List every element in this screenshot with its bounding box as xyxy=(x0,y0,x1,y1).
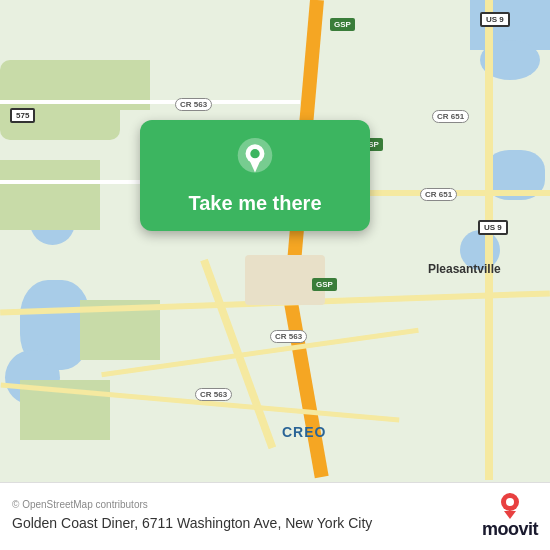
svg-point-2 xyxy=(250,149,259,158)
cr651-badge-top: CR 651 xyxy=(432,110,469,123)
map-container: GSP US 9 CR 563 GSP CR 651 CR 651 US 9 G… xyxy=(0,0,550,550)
gsp-badge-lower: GSP xyxy=(312,278,337,291)
cta-label: Take me there xyxy=(188,192,321,215)
cr563-badge-left: CR 563 xyxy=(175,98,212,111)
cr563-badge-lower1: CR 563 xyxy=(270,330,307,343)
osm-credit: © OpenStreetMap contributors xyxy=(12,499,472,510)
us9-road xyxy=(485,0,493,480)
bottom-bar: © OpenStreetMap contributors Golden Coas… xyxy=(0,482,550,550)
local-road-1 xyxy=(0,100,300,104)
take-me-there-button[interactable]: Take me there xyxy=(140,120,370,231)
cr651-badge-mid: CR 651 xyxy=(420,188,457,201)
creo-label: CREO xyxy=(282,424,326,440)
moovit-logo: moovit xyxy=(482,491,538,540)
575-badge: 575 xyxy=(10,108,35,123)
gsp-road-2 xyxy=(280,279,329,478)
moovit-icon xyxy=(496,491,524,519)
gsp-badge-top: GSP xyxy=(330,18,355,31)
pleasantville-label: Pleasantville xyxy=(428,262,501,276)
moovit-text: moovit xyxy=(482,519,538,540)
us9-badge-mid: US 9 xyxy=(478,220,508,235)
bottom-bar-info: © OpenStreetMap contributors Golden Coas… xyxy=(12,499,472,532)
svg-marker-6 xyxy=(504,511,516,519)
location-pin-icon xyxy=(233,138,277,182)
us9-badge-top: US 9 xyxy=(480,12,510,27)
moovit-pin-icon xyxy=(496,491,524,519)
location-text: Golden Coast Diner, 6711 Washington Ave,… xyxy=(12,514,472,532)
cr563-badge-lower2: CR 563 xyxy=(195,388,232,401)
green-2 xyxy=(0,160,100,230)
svg-point-5 xyxy=(506,498,514,506)
